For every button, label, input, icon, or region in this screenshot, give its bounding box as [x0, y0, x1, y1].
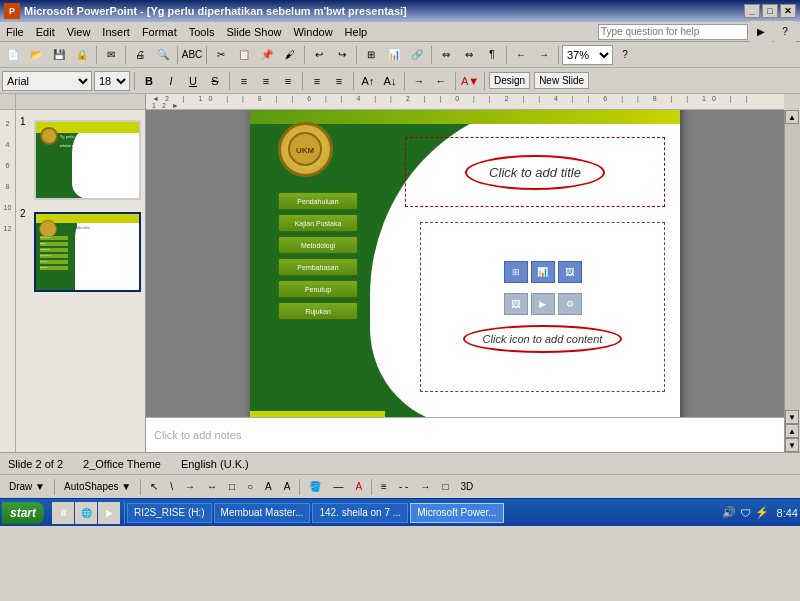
help-icon[interactable]: ?: [774, 21, 796, 43]
scroll-down-button[interactable]: ▼: [785, 410, 799, 424]
insert-table-button[interactable]: ⊞: [360, 44, 382, 66]
zoom-dropdown[interactable]: 37% 50% 75% 100%: [562, 45, 613, 65]
btn-rujukan[interactable]: Rujukan: [278, 302, 358, 320]
paste-button[interactable]: 📌: [256, 44, 278, 66]
menu-view[interactable]: View: [61, 24, 97, 40]
hyperlink-button[interactable]: 🔗: [406, 44, 428, 66]
font-name-dropdown[interactable]: Arial: [2, 71, 92, 91]
print-button[interactable]: 🖨: [129, 44, 151, 66]
text-box-tool[interactable]: A: [260, 478, 277, 495]
draw-button[interactable]: Draw ▼: [4, 478, 50, 495]
scroll-up-button[interactable]: ▲: [785, 110, 799, 124]
autoshapes-button[interactable]: AutoShapes ▼: [59, 478, 136, 495]
select-tool[interactable]: ↖: [145, 478, 163, 495]
collapse-button[interactable]: ⇔: [458, 44, 480, 66]
taskbar-item-2[interactable]: 142. sheila on 7 ...: [312, 503, 408, 523]
help-input[interactable]: [598, 24, 748, 40]
minimize-button[interactable]: _: [744, 4, 760, 18]
font-size-dropdown[interactable]: 18: [94, 71, 130, 91]
undo-button[interactable]: ↩: [308, 44, 330, 66]
cut-button[interactable]: ✂: [210, 44, 232, 66]
menu-tools[interactable]: Tools: [183, 24, 221, 40]
decrease-font-button[interactable]: A↓: [380, 71, 400, 91]
btn-metodologi[interactable]: Metodologi: [278, 236, 358, 254]
spell-button[interactable]: ABC: [181, 44, 203, 66]
copy-button[interactable]: 📋: [233, 44, 255, 66]
line-style-tool[interactable]: ≡: [376, 478, 392, 495]
zoom-help-button[interactable]: ?: [614, 44, 636, 66]
arrow-tool[interactable]: →: [180, 478, 200, 495]
scroll-track[interactable]: [785, 124, 800, 410]
taskbar-item-1[interactable]: Membuat Master...: [214, 503, 311, 523]
indent-less-button[interactable]: ←: [431, 71, 451, 91]
insert-wordart[interactable]: A: [279, 478, 296, 495]
content-placeholder-box[interactable]: ⊞ 📊 🖼 🖼 ▶ ⚙ Click icon to add content: [420, 222, 665, 392]
font-color-button[interactable]: A▼: [460, 71, 480, 91]
italic-button[interactable]: I: [161, 71, 181, 91]
rect-tool[interactable]: □: [224, 478, 240, 495]
3d-tool[interactable]: 3D: [455, 478, 478, 495]
new-slide-button[interactable]: New Slide: [534, 72, 589, 89]
save-button[interactable]: 💾: [48, 44, 70, 66]
new-button[interactable]: 📄: [2, 44, 24, 66]
shadow-tool[interactable]: □: [437, 478, 453, 495]
strikethrough-button[interactable]: S: [205, 71, 225, 91]
double-arrow-tool[interactable]: ↔: [202, 478, 222, 495]
expand-button[interactable]: ⇔: [435, 44, 457, 66]
redo-button[interactable]: ↪: [331, 44, 353, 66]
oval-tool[interactable]: ○: [242, 478, 258, 495]
print-preview-button[interactable]: 🔍: [152, 44, 174, 66]
open-button[interactable]: 📂: [25, 44, 47, 66]
promote-button[interactable]: ←: [510, 44, 532, 66]
desktop-icon[interactable]: 🖥: [52, 502, 74, 524]
scroll-next-slide[interactable]: ▼: [785, 438, 799, 452]
scroll-prev-slide[interactable]: ▲: [785, 424, 799, 438]
media-icon[interactable]: ▶: [98, 502, 120, 524]
close-button[interactable]: ✕: [780, 4, 796, 18]
btn-pembahasan[interactable]: Pembahasan: [278, 258, 358, 276]
menu-edit[interactable]: Edit: [30, 24, 61, 40]
bold-button[interactable]: B: [139, 71, 159, 91]
restore-button[interactable]: □: [762, 4, 778, 18]
numbering-button[interactable]: ≡: [329, 71, 349, 91]
align-left-button[interactable]: ≡: [234, 71, 254, 91]
taskbar-item-0[interactable]: RI2S_RISE (H:): [127, 503, 212, 523]
btn-penutup[interactable]: Penutup: [278, 280, 358, 298]
menu-slideshow[interactable]: Slide Show: [220, 24, 287, 40]
arrow-style-tool[interactable]: →: [415, 478, 435, 495]
ie-icon[interactable]: 🌐: [75, 502, 97, 524]
slide-edit-area[interactable]: UKM Pendahuluan Kajian Pustaka Metodolog…: [250, 110, 680, 417]
align-center-button[interactable]: ≡: [256, 71, 276, 91]
dash-style-tool[interactable]: - -: [394, 478, 413, 495]
taskbar-item-3[interactable]: Microsoft Power...: [410, 503, 503, 523]
align-right-button[interactable]: ≡: [278, 71, 298, 91]
increase-font-button[interactable]: A↑: [358, 71, 378, 91]
email-button[interactable]: ✉: [100, 44, 122, 66]
demote-button[interactable]: →: [533, 44, 555, 66]
indent-more-button[interactable]: →: [409, 71, 429, 91]
insert-chart-button[interactable]: 📊: [383, 44, 405, 66]
underline-button[interactable]: U: [183, 71, 203, 91]
menu-help[interactable]: Help: [339, 24, 374, 40]
right-scrollbar[interactable]: ▲ ▼ ▲ ▼: [784, 110, 800, 452]
line-tool[interactable]: \: [165, 478, 178, 495]
menu-file[interactable]: File: [0, 24, 30, 40]
design-button[interactable]: Design: [489, 72, 530, 89]
help-search-button[interactable]: ▶: [750, 21, 772, 43]
title-placeholder-box[interactable]: Click to add title: [405, 137, 665, 207]
menu-insert[interactable]: Insert: [96, 24, 136, 40]
menu-window[interactable]: Window: [287, 24, 338, 40]
btn-kajian[interactable]: Kajian Pustaka: [278, 214, 358, 232]
notes-area[interactable]: Click to add notes: [146, 417, 784, 452]
start-button[interactable]: start: [2, 502, 44, 524]
menu-format[interactable]: Format: [136, 24, 183, 40]
fill-color-tool[interactable]: 🪣: [304, 478, 326, 495]
btn-pendahuluan[interactable]: Pendahuluan: [278, 192, 358, 210]
bullets-button[interactable]: ≡: [307, 71, 327, 91]
format-painter-button[interactable]: 🖌: [279, 44, 301, 66]
slide-1-thumbnail[interactable]: Yg perlu diperhatikan... sebelum m'bwt p…: [34, 120, 141, 200]
font-color-tool[interactable]: A: [350, 478, 367, 495]
show-format-button[interactable]: ¶: [481, 44, 503, 66]
line-color-tool[interactable]: —: [328, 478, 348, 495]
slide-2-thumbnail[interactable]: Click to add title Pendahuluan Kajian Me…: [34, 212, 141, 292]
